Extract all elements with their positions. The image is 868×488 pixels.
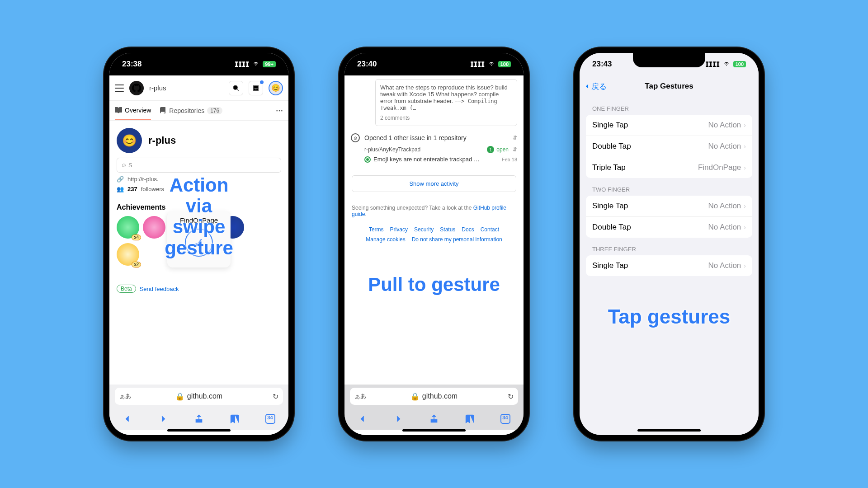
signal-icon: 𝗜𝗜𝗜𝗜 bbox=[470, 60, 485, 69]
safari-toolbar: ぁあ 🔒 github.com ↻ bbox=[109, 385, 288, 408]
achievement-badge[interactable]: x2 bbox=[117, 243, 139, 266]
overlay-caption: Action via swipe gesture bbox=[154, 175, 244, 258]
aa-button[interactable]: ぁあ bbox=[119, 392, 131, 400]
repo-icon bbox=[159, 107, 166, 114]
beta-tag: Beta bbox=[117, 285, 136, 293]
svg-line-1 bbox=[237, 89, 239, 91]
url-text: github.com bbox=[187, 392, 222, 400]
back-icon[interactable] bbox=[358, 414, 368, 424]
show-more-button[interactable]: Show more activity bbox=[352, 175, 516, 192]
row-value: FindOnPage › bbox=[698, 163, 746, 172]
footer-link[interactable]: Manage cookies bbox=[366, 236, 405, 243]
reload-icon[interactable]: ↻ bbox=[273, 392, 278, 401]
home-indicator bbox=[637, 429, 701, 432]
row-label: Single Tap bbox=[592, 202, 628, 211]
url-bar[interactable]: ぁあ 🔒 github.com ↻ bbox=[115, 388, 283, 405]
settings-row[interactable]: Single TapNo Action › bbox=[586, 255, 752, 276]
comments-link[interactable]: 2 comments bbox=[380, 115, 512, 121]
notch bbox=[398, 53, 470, 67]
section-header: THREE FINGER bbox=[586, 238, 752, 255]
issue-open-icon bbox=[364, 156, 371, 163]
back-button[interactable]: 戻る bbox=[584, 81, 607, 92]
footer-link[interactable]: Security bbox=[414, 226, 434, 233]
url-bar[interactable]: ぁあ 🔒 github.com ↻ bbox=[350, 388, 518, 405]
repo-link[interactable]: r-plus/AnyKeyTrackpad 1 open ⇵ bbox=[348, 145, 520, 154]
status-time: 23:43 bbox=[592, 60, 612, 69]
footer-link[interactable]: Contact bbox=[481, 226, 499, 233]
status-time: 23:38 bbox=[122, 60, 142, 69]
tab-overview[interactable]: Overview bbox=[115, 101, 151, 120]
status-input[interactable]: ☺ S bbox=[117, 158, 281, 173]
bookmarks-icon[interactable] bbox=[465, 414, 475, 424]
settings-row[interactable]: Triple TapFindOnPage › bbox=[586, 157, 752, 178]
achievement-badge[interactable]: x4 bbox=[117, 216, 139, 239]
issue-group-header[interactable]: ⊙ Opened 1 other issue in 1 repository ⇵ bbox=[348, 131, 520, 145]
settings-row[interactable]: Double TapNo Action › bbox=[586, 136, 752, 157]
send-feedback-link[interactable]: Send feedback bbox=[140, 286, 179, 292]
nav-title: Tap Gestures bbox=[645, 82, 693, 91]
bookmarks-icon[interactable] bbox=[230, 414, 240, 424]
battery-icon: 100 bbox=[733, 61, 746, 67]
footer-link[interactable]: Docs bbox=[462, 226, 474, 233]
tabs-button[interactable]: 34 bbox=[265, 414, 275, 424]
phone-1: 23:38 𝗜𝗜𝗜𝗜 99+ r-plus 😊 bbox=[104, 47, 294, 441]
settings-group: Single TapNo Action › bbox=[586, 255, 752, 276]
overlay-caption: Tap gestures bbox=[608, 306, 731, 328]
wifi-icon bbox=[252, 60, 260, 68]
settings-group: Single TapNo Action ›Double TapNo Action… bbox=[586, 115, 752, 178]
profile-avatar: 😊 bbox=[117, 128, 142, 153]
profile-name: r-plus bbox=[148, 135, 176, 146]
chevron-right-icon: › bbox=[744, 143, 746, 150]
github-logo-icon[interactable] bbox=[129, 81, 144, 95]
back-icon[interactable] bbox=[123, 414, 132, 424]
expand-collapse-icon[interactable]: ⇵ bbox=[513, 135, 517, 141]
inbox-button[interactable] bbox=[249, 81, 263, 95]
chevron-right-icon: › bbox=[744, 262, 746, 269]
search-button[interactable] bbox=[229, 81, 243, 95]
signal-icon: 𝗜𝗜𝗜𝗜 bbox=[235, 60, 249, 69]
phone-2: 23:40 𝗜𝗜𝗜𝗜 100 What are the steps to rep… bbox=[339, 47, 529, 441]
phone-3: 23:43 𝗜𝗜𝗜𝗜 100 戻る Tap Gestures ONE FINGE… bbox=[574, 47, 764, 441]
github-tabs: Overview Repositories 176 ⋯ bbox=[109, 101, 288, 121]
issue-card[interactable]: What are the steps to reproduce this iss… bbox=[375, 79, 517, 126]
reload-icon[interactable]: ↻ bbox=[508, 392, 514, 401]
hamburger-icon[interactable] bbox=[115, 84, 124, 92]
repo-count-badge: 176 bbox=[207, 107, 222, 114]
row-value: No Action › bbox=[708, 223, 746, 232]
more-tabs-button[interactable]: ⋯ bbox=[276, 106, 283, 115]
forward-icon bbox=[393, 414, 403, 424]
share-icon[interactable] bbox=[429, 414, 439, 424]
row-value: No Action › bbox=[708, 121, 746, 130]
row-value: No Action › bbox=[708, 202, 746, 211]
nav-bar: 戻る Tap Gestures bbox=[580, 75, 759, 97]
book-icon bbox=[115, 107, 122, 114]
people-icon: 👥 bbox=[117, 186, 124, 192]
settings-row[interactable]: Single TapNo Action › bbox=[586, 196, 752, 217]
github-username: r-plus bbox=[149, 84, 223, 92]
aa-button[interactable]: ぁあ bbox=[354, 392, 366, 400]
lock-icon: 🔒 bbox=[410, 392, 420, 401]
settings-row[interactable]: Double TapNo Action › bbox=[586, 217, 752, 238]
safari-toolbar: ぁあ 🔒 github.com ↻ bbox=[344, 385, 524, 408]
avatar-button[interactable]: 😊 bbox=[269, 81, 283, 95]
link-icon: 🔗 bbox=[117, 176, 124, 183]
footer-link[interactable]: Privacy bbox=[390, 226, 408, 233]
footer-link[interactable]: Terms bbox=[369, 226, 384, 233]
issue-link[interactable]: Emoji keys are not enterable trackpad … … bbox=[348, 154, 520, 164]
settings-row[interactable]: Single TapNo Action › bbox=[586, 115, 752, 136]
chevron-right-icon: › bbox=[744, 224, 746, 231]
chevron-right-icon: › bbox=[744, 122, 746, 129]
row-value: No Action › bbox=[708, 261, 746, 270]
forward-icon bbox=[158, 414, 168, 424]
footer-links: TermsPrivacySecurityStatusDocsContactMan… bbox=[348, 219, 520, 250]
safari-bottom-bar: 34 bbox=[344, 408, 524, 430]
footer-link[interactable]: Do not share my personal information bbox=[412, 236, 502, 243]
chevron-right-icon: › bbox=[744, 202, 746, 210]
share-icon[interactable] bbox=[194, 414, 204, 424]
tab-repositories[interactable]: Repositories 176 bbox=[159, 101, 222, 120]
url-text: github.com bbox=[422, 392, 458, 400]
footer-link[interactable]: Status bbox=[440, 226, 455, 233]
issue-group-icon: ⊙ bbox=[351, 133, 360, 142]
expand-collapse-icon[interactable]: ⇵ bbox=[513, 146, 517, 153]
tabs-button[interactable]: 34 bbox=[500, 414, 510, 424]
